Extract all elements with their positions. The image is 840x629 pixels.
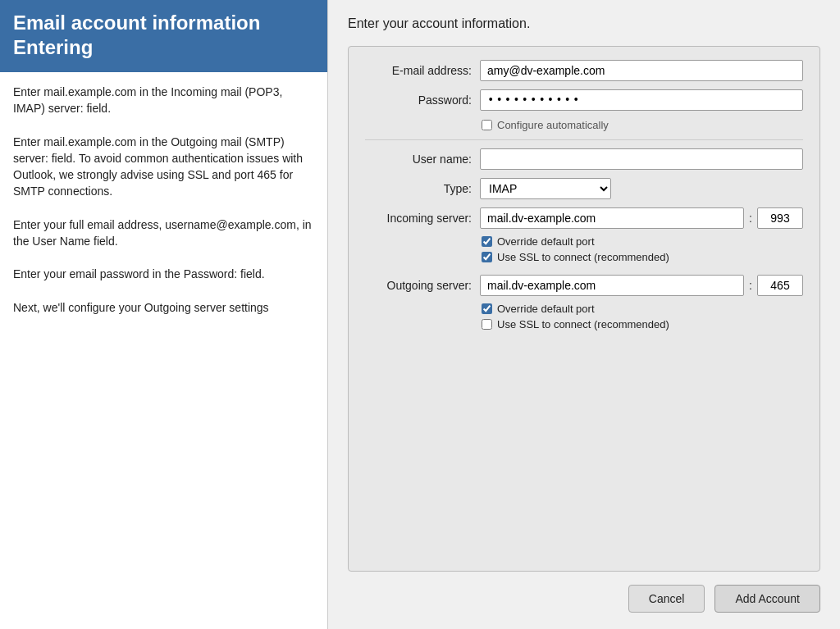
section-gap: [365, 267, 803, 275]
incoming-ssl-section: Override default port Use SSL to connect…: [482, 235, 803, 263]
type-label: Type:: [365, 182, 472, 195]
incoming-server-row: Incoming server: :: [365, 207, 803, 229]
type-row: Type: IMAP POP3 Exchange: [365, 178, 803, 199]
type-select[interactable]: IMAP POP3 Exchange: [480, 178, 611, 199]
left-header-title: Email account information Entering: [13, 11, 314, 60]
left-content: Enter mail.example.com in the Incoming m…: [0, 72, 327, 629]
incoming-ssl-label: Use SSL to connect (recommended): [497, 251, 669, 263]
divider-1: [365, 139, 803, 140]
buttons-row: Cancel Add Account: [348, 585, 820, 613]
instruction-4: Enter your email password in the Passwor…: [13, 266, 314, 282]
incoming-port-input[interactable]: [757, 207, 803, 229]
outgoing-port-input[interactable]: [757, 275, 803, 296]
outgoing-server-input[interactable]: [480, 275, 744, 296]
email-label: E-mail address:: [365, 64, 472, 77]
add-account-button[interactable]: Add Account: [714, 585, 820, 613]
right-panel: Enter your account information. E-mail a…: [328, 0, 840, 629]
outgoing-override-checkbox[interactable]: [482, 303, 492, 314]
left-header: Email account information Entering: [0, 0, 327, 72]
configure-auto-checkbox[interactable]: [482, 120, 492, 130]
form-area: E-mail address: Password: Configure auto…: [348, 46, 820, 572]
incoming-override-checkbox[interactable]: [482, 236, 492, 247]
instruction-2: Enter mail.example.com in the Outgoing m…: [13, 134, 314, 200]
instruction-1: Enter mail.example.com in the Incoming m…: [13, 84, 314, 117]
outgoing-override-row: Override default port: [482, 303, 803, 315]
configure-auto-label: Configure automatically: [497, 119, 609, 131]
outgoing-server-label: Outgoing server:: [365, 279, 472, 292]
cancel-button[interactable]: Cancel: [628, 585, 705, 613]
outgoing-ssl-label: Use SSL to connect (recommended): [497, 318, 669, 330]
instruction-5: Next, we'll configure your Outgoing serv…: [13, 299, 314, 316]
outgoing-ssl-section: Override default port Use SSL to connect…: [482, 303, 803, 330]
incoming-ssl-row: Use SSL to connect (recommended): [482, 251, 803, 263]
username-input[interactable]: [480, 148, 803, 170]
outgoing-server-row: Outgoing server: :: [365, 275, 803, 296]
outgoing-ssl-row: Use SSL to connect (recommended): [482, 318, 803, 330]
incoming-port-separator: :: [749, 212, 752, 225]
email-input[interactable]: [480, 60, 803, 81]
password-label: Password:: [365, 93, 472, 107]
incoming-override-row: Override default port: [482, 235, 803, 248]
instruction-3: Enter your full email address, username@…: [13, 217, 314, 250]
configure-auto-row: Configure automatically: [482, 119, 803, 131]
outgoing-ssl-checkbox[interactable]: [482, 319, 492, 330]
incoming-override-label: Override default port: [497, 235, 595, 248]
incoming-server-input[interactable]: [480, 207, 744, 229]
username-label: User name:: [365, 153, 472, 166]
password-input[interactable]: [480, 89, 803, 111]
left-panel: Email account information Entering Enter…: [0, 0, 328, 629]
incoming-server-label: Incoming server:: [365, 212, 472, 225]
outgoing-port-separator: :: [749, 279, 752, 292]
username-row: User name:: [365, 148, 803, 170]
email-row: E-mail address:: [365, 60, 803, 81]
password-row: Password:: [365, 89, 803, 111]
outgoing-override-label: Override default port: [497, 303, 595, 315]
incoming-ssl-checkbox[interactable]: [482, 252, 492, 262]
right-title: Enter your account information.: [348, 16, 820, 31]
